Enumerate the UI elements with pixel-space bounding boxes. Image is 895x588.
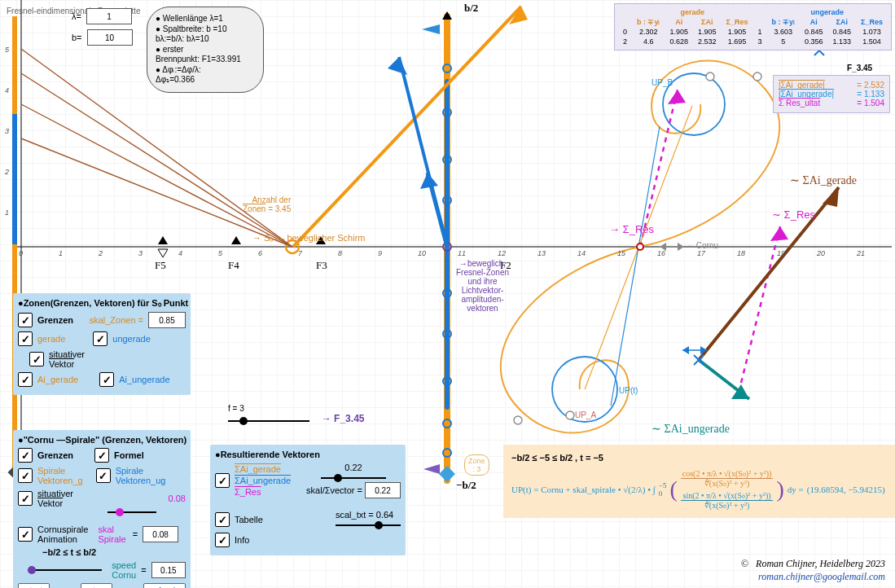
slider-f[interactable]: [228, 420, 309, 422]
chk-spirale-g[interactable]: [18, 468, 33, 483]
sigres-big-label: ∼ Σ_Res: [772, 208, 815, 221]
F5-label: F5: [155, 259, 166, 272]
x-tick: 4: [178, 249, 182, 257]
x-tick: 8: [338, 249, 342, 257]
sigAi-ungerade-label: ∼ ΣAi_ungerade: [652, 422, 730, 436]
slider-skal-vec[interactable]: [321, 477, 386, 479]
y-tick: 5: [5, 46, 9, 54]
info-l1: ● Wellenlänge λ=1: [156, 14, 255, 24]
svg-point-61: [514, 416, 522, 424]
x-tick: 11: [458, 249, 466, 257]
svg-point-60: [706, 72, 714, 81]
x-tick: 9: [378, 249, 382, 257]
chk-aigerade[interactable]: [18, 372, 33, 387]
svg-marker-33: [158, 249, 168, 257]
panel-zonen: ●Zonen(Grenzen, Vektoren) für S₀ Punkt G…: [13, 293, 191, 395]
panel-cornu-hdr: ●"Cornu —Spirale" (Grenzen, Vektoren): [18, 435, 186, 445]
chk-ungerade[interactable]: [93, 331, 107, 346]
x-tick: 0: [19, 249, 23, 257]
chk-tabelle[interactable]: [215, 512, 230, 527]
svg-marker-43: [823, 187, 839, 207]
svg-line-19: [21, 104, 292, 247]
lambda-label: λ=: [72, 11, 81, 21]
lambda-input[interactable]: 1: [86, 8, 132, 24]
svg-line-21: [293, 7, 521, 247]
svg-point-59: [753, 72, 761, 81]
x-tick: 3: [138, 249, 143, 257]
stop-button[interactable]: stop: [81, 583, 112, 588]
info-l7: Δφ₁=0.366: [156, 75, 255, 86]
y-tick: 4: [5, 86, 9, 94]
anzahl-l1: Anzahl der: [252, 195, 291, 204]
sigres-top-label: → Σ_Res: [609, 223, 654, 235]
b-input[interactable]: 10: [87, 29, 133, 46]
param-inputs: λ= 1 b= 10: [72, 8, 133, 50]
svg-marker-32: [158, 236, 168, 244]
x-tick: 20: [817, 249, 825, 257]
x-tick: 1: [59, 249, 63, 257]
chk-cornu-grenzen[interactable]: [18, 448, 33, 463]
y-tick: 3: [5, 127, 9, 135]
credit: © Roman Chijner, Heidelberg 2023: [741, 558, 885, 570]
start-button[interactable]: start: [18, 583, 50, 588]
svg-marker-27: [423, 464, 440, 474]
upT-label: UP(t): [619, 386, 638, 395]
panel-zonen-hdr: ●Zonen(Grenzen, Vektoren) für S₀ Punkt: [18, 298, 186, 309]
chk-res-vec[interactable]: [215, 473, 230, 488]
upB-label: UP_B: [652, 78, 673, 87]
f-slider-block: f = 3 → F_3.45: [228, 404, 364, 424]
x-tick: 7: [298, 249, 302, 257]
svg-marker-40: [668, 90, 686, 104]
chk-gerade[interactable]: [18, 331, 33, 346]
x-tick: 2: [99, 249, 103, 257]
chk-situativ2[interactable]: [18, 491, 33, 506]
x-tick: 10: [418, 249, 426, 257]
slider-scaltxt[interactable]: [336, 524, 401, 526]
b2-top-label: b/2: [464, 2, 478, 15]
chk-info[interactable]: [215, 533, 230, 547]
speed-cornu-input[interactable]: 0.15: [151, 562, 186, 578]
info-l2: ● Spaltbreite: b =10: [156, 24, 255, 35]
skal-spirale-input[interactable]: 0.08: [143, 526, 178, 542]
x-tick: 14: [577, 249, 586, 257]
slider-t[interactable]: [28, 569, 102, 571]
svg-marker-28: [422, 24, 440, 34]
refresh-button[interactable]: refresh: [143, 583, 186, 588]
slider-sit[interactable]: [107, 511, 156, 513]
vb-k1: |ΣAi_gerade|: [779, 81, 825, 90]
skal-vec-input[interactable]: 0.22: [365, 482, 401, 498]
chk-situativ1[interactable]: [29, 352, 44, 366]
credit-email[interactable]: roman.chijner@googlemail.com: [758, 571, 885, 583]
beweglich-text: →beweglich,Fresnel-Zonenund ihre Lichtve…: [456, 259, 509, 313]
svg-marker-55: [678, 243, 684, 251]
s0-label: → S₀ — beweglicher Schirm: [252, 233, 366, 244]
chk-cornu-formel[interactable]: [94, 448, 109, 463]
chk-aiungerade[interactable]: [99, 372, 114, 387]
svg-line-18: [21, 73, 292, 247]
F345-label: F_3.45: [847, 64, 872, 72]
info-l6: ● Δφᵢ:=Δφ/λ:: [156, 65, 255, 76]
farrow-label: → F_3.45: [322, 413, 365, 424]
info-l4: ● erster: [156, 45, 255, 55]
panel-result: ●Resultierende Vektoren ΣAi_gerade ΣAi_u…: [210, 445, 406, 555]
svg-marker-41: [770, 226, 788, 241]
chk-spirale-ug[interactable]: [96, 468, 111, 483]
anzahl-l2: Zonen: [243, 204, 265, 213]
sigAi-gerade-label: ∼ ΣAi_gerade: [790, 173, 857, 187]
svg-point-62: [566, 411, 574, 419]
x-tick: 13: [537, 249, 546, 257]
vb-v1: = 2.532: [857, 81, 884, 90]
chk-cornu-anim[interactable]: [18, 527, 33, 542]
formula-header: −b/2 ≤ −5 ≤ b/2 , t = −5: [511, 453, 888, 463]
zone-badge: Zone: 3: [464, 454, 489, 476]
svg-marker-24: [388, 57, 407, 75]
svg-line-47: [611, 126, 660, 406]
svg-marker-26: [420, 173, 438, 189]
panel-cornu: ●"Cornu —Spirale" (Grenzen, Vektoren) Gr…: [13, 430, 191, 588]
skal-zonen-input[interactable]: 0.85: [148, 312, 186, 328]
vb-k3: Σ Res_ultat: [779, 99, 820, 108]
x-tick: 19: [777, 249, 785, 257]
chk-grenzen-zonen[interactable]: [18, 313, 33, 327]
info-box: ● Wellenlänge λ=1 ● Spaltbreite: b =10 b…: [147, 7, 264, 93]
y-tick: 2: [5, 168, 9, 176]
